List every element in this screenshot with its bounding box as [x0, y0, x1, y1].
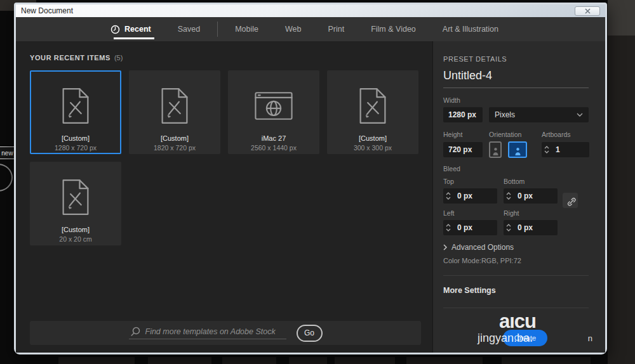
bleed-right-stepper[interactable]: 0 px [504, 220, 558, 235]
new-badge-label: new [1, 150, 13, 157]
template-card-custom-1820x720[interactable]: [Custom] 1820 x 720 px [129, 70, 220, 154]
app-toolbar-fragment [608, 0, 635, 36]
units-value: Pixels [495, 110, 577, 119]
bleed-link-button[interactable] [563, 193, 578, 208]
panel-divider [443, 275, 589, 276]
tab-art-illustration[interactable]: Art & Illustration [429, 17, 512, 41]
tab-web[interactable]: Web [272, 17, 314, 41]
web-browser-globe-icon [255, 84, 293, 127]
create-button[interactable]: Create [503, 330, 547, 346]
template-card-custom-300x300[interactable]: [Custom] 300 x 300 px [327, 70, 418, 154]
stock-search-placeholder: Find more templates on Adobe Stock [145, 327, 284, 336]
recent-items-heading: YOUR RECENT ITEMS(5) [30, 54, 432, 62]
bleed-left-label: Left [443, 209, 504, 217]
tab-label: Film & Video [371, 25, 416, 34]
template-name: [Custom] [161, 134, 189, 142]
app-panel-fragment [608, 36, 635, 364]
tab-print[interactable]: Print [314, 17, 358, 41]
bleed-left-value: 0 px [457, 223, 472, 232]
template-size: 20 x 20 cm [59, 235, 91, 243]
stepper-arrows-icon[interactable] [443, 223, 453, 232]
width-input[interactable]: 1280 px [443, 107, 483, 122]
artboards-label: Artboards [542, 131, 589, 138]
dialog-title: New Document [16, 6, 575, 15]
template-card-custom-1280x720[interactable]: [Custom] 1280 x 720 px [30, 70, 121, 154]
orientation-toggle [489, 141, 542, 158]
tab-saved[interactable]: Saved [164, 17, 213, 41]
bleed-bottom-stepper[interactable]: 0 px [504, 188, 558, 204]
bleed-left-stepper[interactable]: 0 px [443, 220, 497, 235]
chevron-down-icon [577, 113, 583, 117]
template-grid: [Custom] 1280 x 720 px [Custom] 1820 x 7… [30, 70, 424, 245]
document-pencil-icon [159, 84, 190, 127]
stock-search-input[interactable]: Find more templates on Adobe Stock [129, 327, 286, 339]
taskbar-fragment [0, 356, 635, 364]
bleed-top-value: 0 px [457, 192, 472, 200]
document-pencil-icon [358, 84, 388, 127]
tool-circle-fragment [0, 164, 13, 192]
template-name: [Custom] [62, 134, 90, 142]
orientation-landscape-button[interactable] [508, 141, 527, 158]
template-card-custom-20x20cm[interactable]: [Custom] 20 x 20 cm [30, 162, 121, 245]
artboards-stepper[interactable]: 1 [542, 142, 589, 157]
new-badge: new [0, 146, 15, 159]
tab-label: Print [328, 25, 344, 34]
tab-divider [217, 22, 218, 37]
tab-film-video[interactable]: Film & Video [358, 17, 429, 41]
go-button[interactable]: Go [297, 325, 323, 342]
preset-details-panel: PRESET DETAILS Untitled-4 Width 1280 px … [432, 41, 605, 353]
height-input[interactable]: 720 px [443, 142, 483, 157]
stepper-arrows-icon[interactable] [542, 145, 552, 154]
units-dropdown[interactable]: Pixels [489, 107, 589, 122]
tab-mobile[interactable]: Mobile [222, 17, 272, 41]
recent-items-area: YOUR RECENT ITEMS(5) [Custom] 1280 x 720… [16, 41, 432, 353]
preset-details-heading: PRESET DETAILS [443, 55, 589, 63]
template-size: 300 x 300 px [354, 144, 392, 152]
recent-items-count: (5) [114, 54, 123, 62]
panel-divider [443, 308, 589, 308]
chevron-right-icon [443, 244, 447, 250]
stepper-arrows-icon[interactable] [504, 192, 514, 200]
advanced-options-toggle[interactable]: Advanced Options [443, 243, 589, 252]
width-label: Width [443, 96, 589, 104]
go-button-label: Go [304, 328, 314, 337]
template-size: 2560 x 1440 px [251, 144, 297, 152]
stepper-arrows-icon[interactable] [443, 192, 453, 200]
tab-label: Saved [178, 25, 200, 34]
watermark-tail: n [588, 334, 592, 343]
chain-link-icon [565, 195, 576, 206]
bleed-top-stepper[interactable]: 0 px [443, 188, 497, 204]
tab-label: Recent [124, 25, 151, 34]
stepper-arrows-icon[interactable] [504, 223, 514, 232]
bleed-right-label: Right [504, 209, 589, 217]
clock-icon [110, 25, 120, 34]
color-mode-text: Color Mode:RGB, PPI:72 [443, 257, 589, 264]
close-icon [585, 8, 591, 14]
bleed-bottom-value: 0 px [518, 192, 533, 200]
template-name: [Custom] [359, 134, 387, 142]
template-name: iMac 27 [262, 134, 286, 142]
bleed-label: Bleed [443, 165, 589, 172]
recent-items-heading-text: YOUR RECENT ITEMS [30, 54, 110, 62]
tab-label: Mobile [235, 25, 258, 34]
artboards-value: 1 [556, 145, 560, 154]
more-settings-button[interactable]: More Settings [443, 286, 589, 295]
adobe-stock-bar: Find more templates on Adobe Stock Go [30, 321, 421, 345]
bleed-top-label: Top [443, 178, 504, 185]
new-document-dialog: New Document Recent Saved Mobile Web Pri… [14, 3, 607, 354]
document-name-input[interactable]: Untitled-4 [443, 69, 589, 88]
search-icon [130, 327, 140, 337]
close-button[interactable] [575, 6, 600, 16]
orientation-portrait-button[interactable] [489, 141, 502, 158]
document-pencil-icon [60, 176, 91, 219]
bleed-right-value: 0 px [518, 223, 533, 232]
document-pencil-icon [60, 84, 91, 127]
bleed-bottom-label: Bottom [504, 178, 589, 185]
orientation-label: Orientation [489, 131, 542, 138]
template-size: 1280 x 720 px [55, 144, 97, 152]
height-label: Height [443, 131, 489, 138]
category-tabbar: Recent Saved Mobile Web Print Film & Vid… [16, 17, 605, 41]
template-size: 1820 x 720 px [154, 144, 196, 152]
template-card-imac-27[interactable]: iMac 27 2560 x 1440 px [228, 70, 319, 154]
tab-recent[interactable]: Recent [97, 17, 164, 41]
